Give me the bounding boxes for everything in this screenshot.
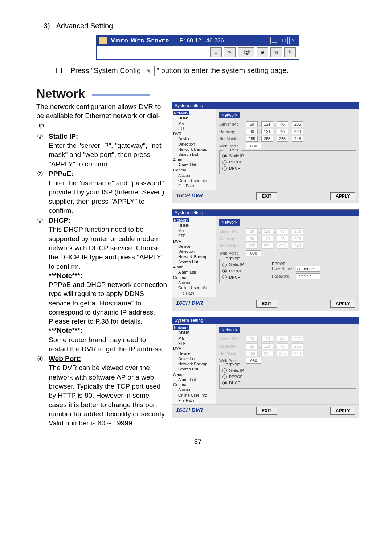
exit-button[interactable]: EXIT xyxy=(256,407,277,415)
subhead-static-ip: Static IP: xyxy=(49,133,78,140)
toolbar: ⌂ ✎ High ◉ ▥ ✎ xyxy=(96,46,299,60)
item-webport: ④ Web Port: The DVR can be viewed over t… xyxy=(36,354,167,428)
password-field[interactable]: ********* xyxy=(296,273,320,279)
settings-tree[interactable]: Network DDNS Mail FTP DVR Device Detecti… xyxy=(172,216,216,297)
step-number: 3) xyxy=(44,22,54,30)
radio-pppoe[interactable]: PPPOE xyxy=(222,268,259,274)
page-number: 37 xyxy=(36,438,359,446)
system-setting-window-static: System setting Network DDNS Mail FTP DVR… xyxy=(172,102,359,203)
system-setting-window-pppoe: System setting Network DDNS Mail FTP DVR… xyxy=(172,209,359,311)
radio-dhcp[interactable]: DHCP xyxy=(222,380,353,386)
heading-rule xyxy=(92,94,150,96)
press-instruction: ❑ Press "System Config ✎ " button to ent… xyxy=(56,66,359,76)
step-label: Advanced Setting: xyxy=(56,22,115,30)
close-button[interactable]: ✕ xyxy=(289,37,297,44)
toolbar-edit-icon[interactable]: ✎ xyxy=(224,47,236,57)
apply-button[interactable]: APPLY xyxy=(330,300,355,308)
toolbar-layout-icon[interactable]: ▥ xyxy=(270,47,282,57)
settings-tree[interactable]: Network DDNS Mail FTP DVR Device Detecti… xyxy=(172,109,216,190)
radio-dhcp[interactable]: DHCP xyxy=(222,165,353,171)
iptype-group: IP TYPE Static IP PPPOE DHCP xyxy=(219,150,356,174)
radio-static[interactable]: Static IP xyxy=(222,262,259,268)
section-heading: Network xyxy=(36,86,359,101)
label-server-ip: Server IP : xyxy=(219,122,245,126)
marker-4: ④ xyxy=(36,354,49,428)
note2-body: Some router brand may need to restart th… xyxy=(49,336,163,353)
system-title: System setting xyxy=(172,102,359,109)
intro-text: The network configuration allows DVR to … xyxy=(36,102,167,130)
label-password: Password : xyxy=(272,274,296,278)
label-netmask: Net Mask : xyxy=(219,137,245,141)
apply-button[interactable]: APPLY xyxy=(330,407,355,415)
bullet-icon: ❑ xyxy=(56,66,62,74)
toolbar-home-icon[interactable]: ⌂ xyxy=(210,47,222,57)
description-column: The network configuration allows DVR to … xyxy=(36,102,167,428)
titlebar: Video Web Server IP: 60.121.46.236 __ ▢ … xyxy=(96,35,299,46)
radio-pppoe[interactable]: PPPOE xyxy=(222,374,353,380)
apply-button[interactable]: APPLY xyxy=(330,192,355,200)
radio-dhcp[interactable]: DHCP xyxy=(222,274,259,280)
marker-3: ③ xyxy=(36,216,49,353)
marker-1: ① xyxy=(36,132,49,169)
label-username: User Name : xyxy=(272,267,296,271)
radio-static[interactable]: Static IP xyxy=(222,368,353,374)
minimize-button[interactable]: __ xyxy=(270,37,278,44)
toolbar-quality-high[interactable]: High xyxy=(238,47,254,57)
exit-button[interactable]: EXIT xyxy=(256,192,277,200)
subhead-webport: Web Port: xyxy=(49,355,81,362)
video-web-server-window: Video Web Server IP: 60.121.46.236 __ ▢ … xyxy=(96,35,299,60)
window-buttons: __ ▢ ✕ xyxy=(270,37,297,44)
ip-display: IP: 60.121.46.236 xyxy=(178,37,224,44)
settings-tree[interactable]: Network DDNS Mail FTP DVR Device Detecti… xyxy=(172,324,216,404)
label-gateway: Gateway : xyxy=(219,129,245,134)
brand-label: 16CH DVR xyxy=(176,192,203,200)
system-config-icon: ✎ xyxy=(143,66,155,76)
item-dhcp: ③ DHCP: This DHCP function need to be su… xyxy=(36,216,167,353)
restore-button[interactable]: ▢ xyxy=(280,37,288,44)
toolbar-config-icon[interactable]: ✎ xyxy=(284,47,296,57)
item-pppoe: ② PPPoE: Enter the "username" and "passw… xyxy=(36,169,167,215)
radio-pppoe[interactable]: PPPOE xyxy=(222,159,353,165)
note1-label: ***Note***: xyxy=(49,272,82,279)
app-logo-icon xyxy=(98,37,107,44)
step-line: 3) Advanced Setting: xyxy=(44,22,359,30)
marker-2: ② xyxy=(36,169,49,215)
note1-body: PPPoE and DHCP network connection type w… xyxy=(49,281,167,325)
username-field[interactable]: catherine xyxy=(296,266,320,272)
network-panel: Network Server IP : 60. 121. 46. 236 Gat… xyxy=(216,109,359,190)
exit-button[interactable]: EXIT xyxy=(256,300,277,308)
screenshots-column: System setting Network DDNS Mail FTP DVR… xyxy=(172,102,359,424)
subhead-pppoe: PPPoE: xyxy=(49,170,74,178)
radio-static[interactable]: Static IP xyxy=(222,153,353,159)
webport-field[interactable]: 080 xyxy=(246,143,261,149)
note2-label: ***Note***: xyxy=(49,327,82,334)
subhead-dhcp: DHCP: xyxy=(49,216,70,224)
item-static-ip: ① Static IP: Enter the "server IP", "gat… xyxy=(36,132,167,169)
server-ip-0[interactable]: 60 xyxy=(246,121,258,127)
app-name: Video Web Server xyxy=(111,37,169,44)
system-setting-window-dhcp: System setting Network DDNS Mail FTP DVR… xyxy=(172,317,359,418)
toolbar-record-icon[interactable]: ◉ xyxy=(257,47,268,57)
